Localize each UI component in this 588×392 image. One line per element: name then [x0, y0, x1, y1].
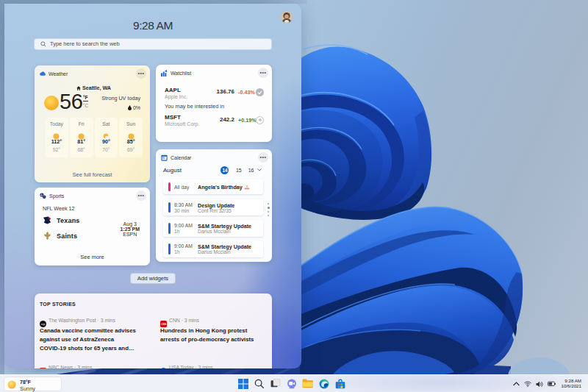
svg-text:CNN: CNN [161, 323, 167, 326]
svg-text:wp: wp [41, 322, 46, 326]
